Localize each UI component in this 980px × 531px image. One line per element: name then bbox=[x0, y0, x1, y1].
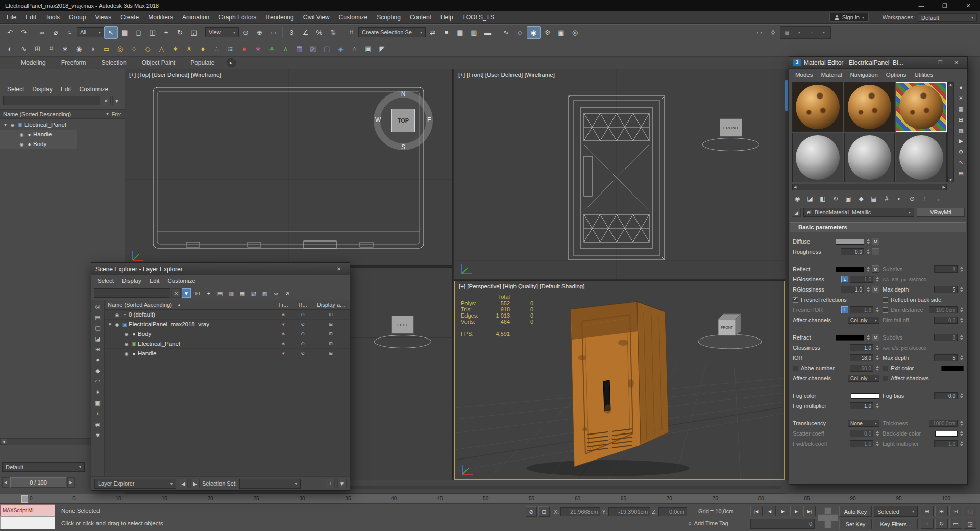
z-coordinate-field[interactable]: 0,0cm bbox=[658, 507, 687, 516]
material-editor-icon[interactable]: ◉ bbox=[527, 26, 541, 39]
spray-particles-icon[interactable]: ≋ bbox=[224, 42, 237, 55]
display-cell-icon[interactable] bbox=[312, 322, 350, 327]
menu-item[interactable]: Material bbox=[817, 70, 846, 79]
display-cell-icon[interactable] bbox=[312, 331, 350, 336]
fwd-bck-coeff-field[interactable]: 1,0 bbox=[850, 440, 873, 447]
spinner[interactable] bbox=[875, 344, 879, 351]
se-collapse-layers-icon[interactable]: ▨ bbox=[259, 288, 271, 298]
compass-south[interactable]: S bbox=[374, 143, 433, 151]
fog-bias-field[interactable]: 0,0 bbox=[934, 392, 958, 399]
render-cell-icon[interactable] bbox=[293, 341, 312, 346]
roughness-field[interactable]: 0,0 bbox=[841, 248, 864, 255]
rendered-frame-window-icon[interactable]: ▣ bbox=[554, 26, 568, 39]
play-button[interactable]: ▶ bbox=[777, 506, 789, 516]
scroll-left-icon[interactable]: ◀ bbox=[794, 185, 796, 189]
close-button[interactable]: ✕ bbox=[332, 264, 346, 274]
toggle-ribbon-icon[interactable]: ▬ bbox=[481, 26, 495, 39]
put-to-scene-icon[interactable]: ◪ bbox=[804, 193, 816, 204]
next-frame-button[interactable]: ▶ bbox=[790, 506, 802, 516]
select-and-rotate-icon[interactable]: ↻ bbox=[173, 26, 187, 39]
se-new-layer-icon[interactable]: ▤ bbox=[214, 288, 226, 298]
table-row[interactable]: ● Handle bbox=[105, 349, 350, 358]
menu-item[interactable]: Scripting bbox=[372, 12, 405, 22]
eye-icon[interactable] bbox=[122, 350, 130, 356]
snaps-toggle-icon[interactable]: 3 bbox=[285, 26, 299, 39]
reflect-max-depth-field[interactable]: 5 bbox=[934, 286, 958, 293]
roughness-map-button[interactable] bbox=[872, 248, 879, 255]
compass-east[interactable]: E bbox=[427, 116, 431, 124]
se-show-lights-icon[interactable]: ☀ bbox=[92, 387, 104, 397]
eye-icon[interactable] bbox=[113, 311, 121, 318]
freeform-paint-icon[interactable]: ◐ bbox=[3, 42, 17, 55]
sample-slot-2[interactable] bbox=[844, 82, 895, 132]
maximize-viewport-icon[interactable]: ◱ bbox=[964, 506, 976, 516]
sample-slot-3[interactable] bbox=[896, 82, 947, 132]
uv-tiling-icon[interactable]: ⊞ bbox=[955, 114, 966, 125]
explorer-back-icon[interactable]: ◀ bbox=[179, 479, 188, 488]
spinner[interactable] bbox=[959, 317, 964, 324]
thickness-field[interactable]: 1000,0cm bbox=[929, 420, 958, 427]
se-show-materials-icon[interactable]: ◉ bbox=[92, 419, 104, 429]
render-cell-icon[interactable] bbox=[293, 322, 312, 327]
tree-row[interactable]: ● Handle bbox=[0, 130, 77, 139]
se-show-helpers-icon[interactable]: + bbox=[92, 408, 104, 419]
get-material-icon[interactable]: ◉ bbox=[791, 193, 803, 204]
menu-item[interactable]: Utilities bbox=[910, 70, 937, 79]
flower-icon[interactable]: ∗ bbox=[251, 42, 265, 55]
basic-parameters-rollout[interactable]: Basic parameters bbox=[790, 222, 966, 232]
snowflake-icon[interactable]: ∗ bbox=[58, 42, 72, 55]
name-column-header[interactable]: Name (Sorted Descending) ▼Fro: bbox=[0, 109, 125, 119]
align-icon[interactable]: ≡ bbox=[439, 26, 453, 39]
select-object-icon[interactable]: ↖ bbox=[104, 26, 118, 39]
project-folder-icon[interactable]: ▱ bbox=[752, 26, 766, 39]
affect-channels-dropdown[interactable]: Col..nly bbox=[848, 375, 879, 382]
ribbon-tab[interactable]: Freeform bbox=[54, 58, 94, 68]
smudge-brush-icon[interactable]: ∿ bbox=[17, 42, 31, 55]
eye-icon[interactable] bbox=[18, 131, 26, 137]
table-row[interactable]: ● Body bbox=[105, 329, 350, 339]
filter-icon[interactable]: ▼ bbox=[182, 288, 191, 298]
grid-helper-icon[interactable]: ⊞ bbox=[31, 42, 44, 55]
select-by-name-icon[interactable]: ▤ bbox=[118, 26, 132, 39]
spinner[interactable] bbox=[866, 286, 870, 293]
se-show-shapes-icon[interactable]: ◠ bbox=[92, 376, 104, 387]
clear-search-icon[interactable]: ✕ bbox=[102, 96, 111, 105]
menu-item[interactable]: Edit bbox=[21, 12, 41, 22]
spinner[interactable] bbox=[866, 266, 870, 273]
spinner[interactable] bbox=[959, 354, 964, 361]
zoom-region-icon[interactable]: ▭ bbox=[949, 519, 962, 529]
set-options-icon[interactable]: ▼ bbox=[337, 479, 347, 488]
front-grid-helper[interactable]: FRONT bbox=[720, 118, 760, 151]
backlight-icon[interactable]: ☀ bbox=[955, 93, 966, 103]
rectangular-selection-region-icon[interactable]: ▢ bbox=[132, 26, 145, 39]
rglossiness-map-button[interactable]: M bbox=[872, 286, 879, 293]
spinner[interactable] bbox=[959, 430, 964, 437]
spinner[interactable] bbox=[959, 306, 964, 313]
time-ruler-thumb[interactable] bbox=[21, 495, 28, 503]
populate-people-icon[interactable]: ◤ bbox=[375, 42, 389, 55]
filter-icon[interactable]: ▼ bbox=[112, 96, 121, 105]
fetch-icon[interactable]: ▨ bbox=[306, 42, 320, 55]
make-unique-icon[interactable]: ◆ bbox=[855, 193, 867, 204]
ior-field[interactable]: 18,0 bbox=[850, 354, 873, 361]
material-navigator-icon[interactable]: ▤ bbox=[955, 168, 966, 178]
ngon-shape-icon[interactable]: ◇ bbox=[141, 42, 155, 55]
table-row[interactable]: ▼ ▣ ElectricalPanel_max2018_vray bbox=[105, 320, 350, 329]
docking-left-icon[interactable]: ▪ bbox=[793, 27, 805, 38]
fresnel-reflections-checkbox[interactable] bbox=[793, 297, 798, 303]
viewport-front[interactable]: [+] [Front] [User Defined] [Wireframe] bbox=[454, 69, 785, 279]
sample-type-icon[interactable]: ● bbox=[955, 82, 966, 92]
asset-tracking-icon[interactable]: ◊ bbox=[766, 26, 780, 39]
render-cell-icon[interactable] bbox=[293, 331, 312, 336]
se-link-icon[interactable]: ∞ bbox=[271, 288, 282, 298]
mini-listener-icon[interactable]: ▪ bbox=[818, 27, 830, 38]
y-coordinate-field[interactable]: -19,3901cm bbox=[608, 507, 650, 516]
compass-west[interactable]: W bbox=[375, 116, 381, 124]
se-show-all-icon[interactable]: ● bbox=[92, 355, 104, 365]
filter-icon[interactable]: ▼ bbox=[106, 112, 110, 116]
menu-item[interactable]: Create bbox=[116, 12, 143, 22]
ribbon-toggle-button[interactable]: ▸ bbox=[227, 58, 236, 67]
toggle-layer-explorer-icon[interactable]: ▥ bbox=[467, 26, 481, 39]
dim-distance-checkbox[interactable] bbox=[883, 307, 888, 313]
scrollbar-thumb[interactable] bbox=[785, 80, 788, 111]
